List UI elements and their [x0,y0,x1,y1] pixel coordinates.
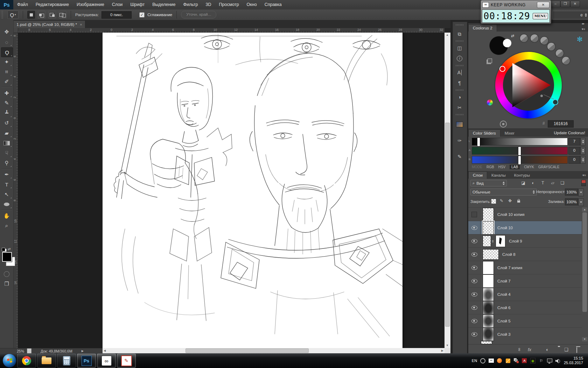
layer-mask-thumbnail[interactable] [496,235,505,247]
layers-menu-icon[interactable]: ▾≡ [582,172,588,179]
color-sphere-icon[interactable] [487,100,493,105]
mode-rgb[interactable]: RGB [486,165,494,169]
mode-cmyk[interactable]: CMYK [524,165,534,169]
scroll-right-icon[interactable]: ▶ [441,349,443,352]
layer-thumbnail[interactable] [483,249,499,260]
layers-scroll-thumb[interactable] [582,212,587,312]
feather-input[interactable]: 0 пикс. [102,11,132,19]
layer-style-fx-icon[interactable]: fx [528,347,531,352]
keep-working-close-button[interactable]: ✕ [537,2,550,8]
menu-image[interactable]: Изображение [73,0,108,9]
link-layers-icon[interactable]: ∞ [517,348,522,351]
layer-row-3[interactable]: Слой 3 [468,327,582,341]
layer-name[interactable]: Слой 6 [497,306,511,310]
menu-window[interactable]: Окно [243,0,261,9]
quick-mask-button[interactable] [1,270,12,279]
document-canvas[interactable] [103,33,402,348]
gradient-tool[interactable] [1,138,12,148]
filter-shape-layers-icon[interactable]: ▱ [549,180,556,186]
layer-row-10-copy[interactable]: Слой 10 копия [468,207,582,221]
lock-transparency-icon[interactable] [491,199,496,204]
slider-a[interactable] [472,147,568,155]
visibility-toggle[interactable] [468,328,481,341]
fill-value[interactable]: 100% [565,198,578,205]
layer-thumbnail[interactable] [483,301,494,314]
workspace-select[interactable]: e [552,11,588,19]
tab-color-sliders[interactable]: Color Sliders [468,129,500,137]
tray-sync-icon[interactable] [480,358,485,363]
lock-all-icon[interactable] [517,200,520,203]
selection-add-button[interactable] [38,11,46,19]
layer-name[interactable]: Слой 7 [497,279,511,283]
filter-adjustment-layers-icon[interactable]: ◐ [529,180,537,186]
layer-row-10-selected[interactable]: Слой 10 [468,221,582,234]
selection-intersect-button[interactable] [59,11,66,19]
move-tool[interactable]: ✥ [1,27,12,36]
opacity-value[interactable]: 100% [565,189,578,196]
layer-row-6[interactable]: Слой 6 [468,301,582,314]
menu-3d[interactable]: 3D [202,0,215,9]
3d-panel-icon[interactable]: ◫ [455,44,464,52]
keep-working-titlebar[interactable]: ∞ KEEP WORKING ✕ [481,0,551,9]
brush-tool[interactable]: ✎ [1,98,12,108]
menu-edit[interactable]: Редактирование [32,0,73,9]
menu-help[interactable]: Справка [261,0,286,9]
layer-row-7-copy[interactable]: Слой 7 копия [468,261,582,274]
foreground-color-swatch[interactable] [2,252,12,262]
canvas-horizontal-scrollbar[interactable]: ◀ ▶ [103,348,444,353]
layer-name[interactable]: Слой 10 [497,226,513,230]
vertical-scroll-thumb[interactable] [445,123,450,327]
layer-name[interactable]: Слой 7 копия [497,266,522,270]
tray-adobe-icon[interactable]: A [522,358,527,363]
visibility-toggle[interactable] [468,301,481,314]
type-tool[interactable]: T [1,180,12,189]
delete-layer-icon[interactable] [576,347,577,353]
paragraph-panel-icon[interactable]: ¶ [455,79,464,87]
slider-l-stepper[interactable] [580,138,586,145]
tray-volume-icon[interactable] [555,359,561,363]
layer-thumbnail[interactable] [483,261,494,274]
mask-link-icon[interactable]: ∞ [491,240,495,242]
pen-tool[interactable]: ✒ [1,170,12,179]
selection-subtract-button[interactable] [48,11,56,19]
blend-mode-select[interactable]: Обычные [470,189,537,196]
clone-stamp-tool[interactable]: ┻ [1,109,12,118]
layer-thumbnail[interactable] [483,208,494,221]
slider-l-thumb[interactable] [477,137,480,146]
layer-thumbnail[interactable] [483,221,494,234]
menu-filter[interactable]: Фильтр [180,0,202,9]
background-color-circle[interactable] [503,39,511,47]
canvas-vertical-scrollbar[interactable]: ▲ ▼ [444,33,450,348]
taskbar-keep-working-button[interactable]: ∞ [97,354,116,368]
opacity-dropdown-icon[interactable] [578,189,584,196]
slider-b-thumb[interactable] [518,156,521,165]
menu-layers[interactable]: Слои [108,0,126,9]
harmony-scheme-button[interactable] [555,49,564,58]
layer-row-5[interactable]: Слой 5 [468,314,582,328]
keep-working-widget[interactable]: ∞ KEEP WORKING ✕ 00:18:29 MENU [481,0,551,24]
visibility-toggle[interactable] [468,314,481,328]
window-restore-button[interactable]: ❐ [560,1,570,7]
scroll-left-icon[interactable]: ◀ [104,349,106,352]
tray-keep-working-icon[interactable]: ∞ [489,358,494,363]
visibility-toggle[interactable] [468,208,481,221]
brush-presets-panel-icon[interactable]: ✎ [455,152,464,161]
tray-updates-icon[interactable] [514,358,519,363]
lasso-tool[interactable]: Ϙ [1,47,13,57]
visibility-toggle[interactable] [468,274,481,288]
info-panel-icon[interactable]: i [455,54,464,63]
mode-lab[interactable]: LAB [510,165,520,169]
harmony-scheme-button[interactable] [547,42,556,51]
layers-scroll-up-icon[interactable]: ▲ [582,207,587,212]
slider-b-stepper[interactable] [580,156,586,164]
visibility-toggle[interactable] [468,221,481,234]
selection-new-button[interactable] [27,11,35,19]
hand-tool[interactable]: ✋ [1,211,12,220]
taskbar-calculator-button[interactable] [57,354,76,368]
coolorus-settings-gear-icon[interactable]: ✻ [577,35,584,43]
layer-row-7[interactable]: Слой 7 [468,274,582,288]
magic-wand-tool[interactable]: ✦ [1,57,12,67]
horizontal-scroll-thumb[interactable] [186,348,309,353]
menu-file[interactable]: Файл [13,0,32,9]
lasso-tool-icon[interactable]: Ϙ▾ [7,11,19,19]
